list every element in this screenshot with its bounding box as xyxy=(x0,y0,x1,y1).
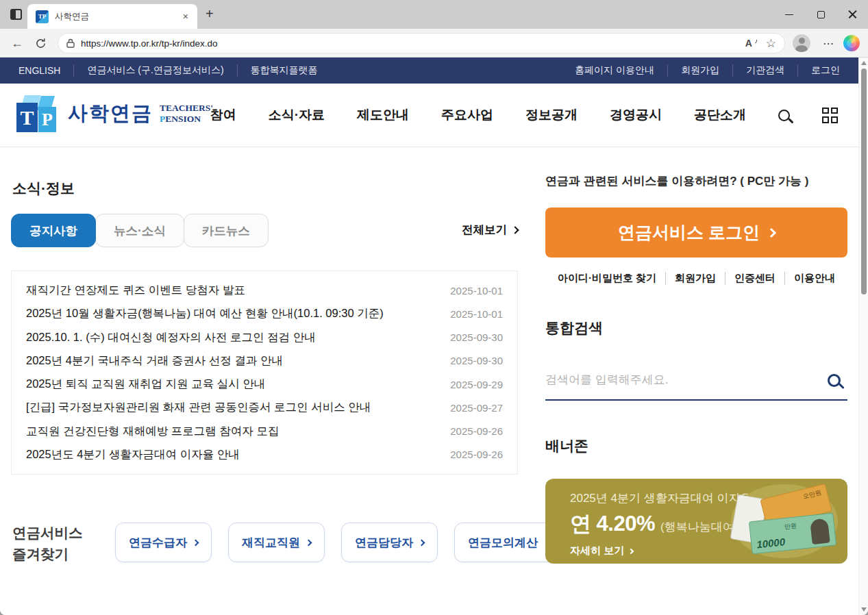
banner-loan-rate[interactable]: 오만원 만원 10000 2025년 4분기 생활자금대여 이자율 연 4.20… xyxy=(545,479,847,564)
nav-information-disclosure[interactable]: 정보공개 xyxy=(525,106,578,124)
notice-item[interactable]: 2025년 10월 생활자금(행복나눔) 대여 예산 현황 안내(10.1. 0… xyxy=(26,302,503,325)
logo-korean-name: 사학연금 xyxy=(68,100,153,127)
copilot-icon[interactable] xyxy=(843,35,860,51)
page-content: 소식·정보 공지사항 뉴스·소식 카드뉴스 전체보기 재직기간 연장제도 퀴즈 … xyxy=(0,147,858,615)
scrollbar-up-arrow[interactable] xyxy=(861,61,867,65)
link-english[interactable]: ENGLISH xyxy=(18,65,73,76)
search-input[interactable] xyxy=(545,373,820,387)
nav-participation[interactable]: 참여 xyxy=(210,106,236,124)
pension-service-login-button[interactable]: 연금서비스 로그인 xyxy=(545,208,847,258)
maximize-icon xyxy=(817,11,825,18)
button-pension-recipient[interactable]: 연금수급자 xyxy=(115,523,212,562)
link-find-id-password[interactable]: 아이디·비밀번호 찾기 xyxy=(549,272,665,285)
main-navigation: 참여 소식·자료 제도안내 주요사업 정보공개 경영공시 공단소개 xyxy=(210,84,838,147)
notice-list: 재직기간 연장제도 퀴즈 이벤트 당첨자 발표 2025-10-01 2025년… xyxy=(11,271,518,475)
search-box xyxy=(545,361,847,401)
workspaces-icon[interactable] xyxy=(10,9,22,20)
favorites-star-icon[interactable]: ☆ xyxy=(766,36,776,51)
lock-icon xyxy=(66,38,75,48)
notice-item[interactable]: 재직기간 연장제도 퀴즈 이벤트 당첨자 발표 2025-10-01 xyxy=(26,279,503,302)
nav-system-guide[interactable]: 제도안내 xyxy=(357,106,409,124)
url-input[interactable] xyxy=(81,38,745,49)
chevron-right-icon xyxy=(419,539,425,546)
notice-date: 2025-09-30 xyxy=(450,331,503,343)
chevron-right-icon xyxy=(767,228,776,238)
tab-close-icon[interactable]: × xyxy=(181,11,190,22)
tab-card-news[interactable]: 카드뉴스 xyxy=(184,214,269,247)
close-icon xyxy=(848,10,857,19)
link-org-search[interactable]: 기관검색 xyxy=(732,64,797,77)
banner-rate: 연 4.20% xyxy=(570,510,655,538)
tab-notices[interactable]: 공지사항 xyxy=(11,214,96,247)
nav-major-business[interactable]: 주요사업 xyxy=(441,106,493,124)
link-pension-service[interactable]: 연금서비스 (구.연금정보서비스) xyxy=(73,64,236,77)
notice-date: 2025-10-01 xyxy=(450,308,503,320)
button-active-teacher[interactable]: 재직교직원 xyxy=(228,523,325,562)
notice-date: 2025-09-29 xyxy=(450,379,503,390)
service-heading: 연금과 관련된 서비스를 이용하려면? ( PC만 가능 ) xyxy=(545,173,808,189)
news-section-title: 소식·정보 xyxy=(12,179,75,198)
notice-item[interactable]: 2025년 퇴직 교직원 재취업 지원 교육 실시 안내 2025-09-29 xyxy=(26,373,503,396)
link-certification-center[interactable]: 인증센터 xyxy=(725,272,784,285)
site-favicon: TP xyxy=(36,10,49,23)
notice-item[interactable]: [긴급] 국가정보자원관리원 화재 관련 공동인증서 로그인 서비스 안내 20… xyxy=(26,396,503,419)
window-minimize-button[interactable] xyxy=(773,0,805,29)
refresh-button[interactable] xyxy=(30,29,51,58)
site-logo[interactable]: T P 사학연금 TEACHERS' PENSION xyxy=(16,95,213,132)
search-icon[interactable] xyxy=(778,110,790,121)
search-section-title: 통합검색 xyxy=(545,318,603,338)
window-close-button[interactable] xyxy=(836,0,868,29)
chevron-right-icon xyxy=(193,539,199,546)
chevron-right-icon xyxy=(306,539,312,546)
view-all-link[interactable]: 전체보기 xyxy=(462,223,518,238)
back-button[interactable]: ← xyxy=(7,29,27,58)
sitemap-grid-icon[interactable] xyxy=(822,108,838,123)
link-usage-guide[interactable]: 이용안내 xyxy=(784,272,844,285)
scrollbar-thumb[interactable] xyxy=(861,68,867,294)
browser-menu-icon[interactable]: ⋯ xyxy=(819,29,837,58)
notice-item[interactable]: 교직원 건강진단형 재해예방 프로그램 참여자 모집 2025-09-26 xyxy=(26,420,503,443)
service-links: 아이디·비밀번호 찾기 회원가입 인증센터 이용안내 xyxy=(545,272,847,285)
search-icon xyxy=(828,374,841,387)
search-submit-button[interactable] xyxy=(820,366,847,394)
browser-window: TP 사학연금 × + ← A ☆ ⋯ xyxy=(0,0,868,615)
utility-links-left: ENGLISH 연금서비스 (구.연금정보서비스) 통합복지플랫폼 xyxy=(18,64,331,77)
scrollbar-down-arrow[interactable] xyxy=(861,607,867,612)
favorites-buttons: 연금수급자 재직교직원 연금담당자 연금모의계산 xyxy=(115,523,562,562)
nav-news-materials[interactable]: 소식·자료 xyxy=(269,106,325,124)
utility-links-right: 홈페이지 이용안내 회원가입 기관검색 로그인 xyxy=(575,64,840,77)
button-pension-manager[interactable]: 연금담당자 xyxy=(341,523,438,562)
banknotes-illustration: 오만원 만원 10000 xyxy=(710,479,847,564)
window-maximize-button[interactable] xyxy=(805,0,836,29)
link-member-signup[interactable]: 회원가입 xyxy=(665,272,725,285)
browser-tab[interactable]: TP 사학연금 × xyxy=(27,4,197,29)
notice-date: 2025-09-26 xyxy=(450,449,503,460)
notice-date: 2025-09-30 xyxy=(450,355,503,366)
favorites-title: 연금서비스 즐겨찾기 xyxy=(12,523,83,565)
read-aloud-icon[interactable]: A xyxy=(745,38,752,49)
tab-news[interactable]: 뉴스·소식 xyxy=(95,214,184,247)
news-tabs: 공지사항 뉴스·소식 카드뉴스 xyxy=(11,214,269,247)
nav-management-disclosure[interactable]: 경영공시 xyxy=(610,106,662,124)
notice-date: 2025-09-26 xyxy=(450,425,503,437)
minimize-icon xyxy=(785,14,793,15)
notice-item[interactable]: 2025.10. 1. (수) 대여신청 예정자의 사전 로그인 점검 안내 2… xyxy=(26,326,503,349)
new-tab-button[interactable]: + xyxy=(206,6,214,22)
banner-section-title: 배너존 xyxy=(545,436,588,455)
site-utility-bar: ENGLISH 연금서비스 (구.연금정보서비스) 통합복지플랫폼 홈페이지 이… xyxy=(0,58,868,84)
site-header: T P 사학연금 TEACHERS' PENSION 참여 소식·자료 제도안내… xyxy=(0,84,868,147)
address-bar[interactable]: A ☆ xyxy=(58,33,785,53)
profile-avatar[interactable] xyxy=(793,34,810,52)
link-site-guide[interactable]: 홈페이지 이용안내 xyxy=(575,64,667,77)
link-login[interactable]: 로그인 xyxy=(797,64,840,77)
notice-date: 2025-09-27 xyxy=(450,402,503,414)
logo-english-name: TEACHERS' PENSION xyxy=(160,103,213,125)
link-welfare-platform[interactable]: 통합복지플랫폼 xyxy=(237,64,331,77)
page-scrollbar[interactable] xyxy=(858,58,868,615)
notice-item[interactable]: 2025년도 4분기 생활자금대여 이자율 안내 2025-09-26 xyxy=(26,443,503,466)
notice-item[interactable]: 2025년 4분기 국내주식 거래 증권사 선정 결과 안내 2025-09-3… xyxy=(26,349,503,373)
tp-logo-mark: T P xyxy=(16,95,59,132)
link-signup[interactable]: 회원가입 xyxy=(667,64,732,77)
nav-about[interactable]: 공단소개 xyxy=(694,106,746,124)
chevron-right-icon xyxy=(628,548,634,553)
